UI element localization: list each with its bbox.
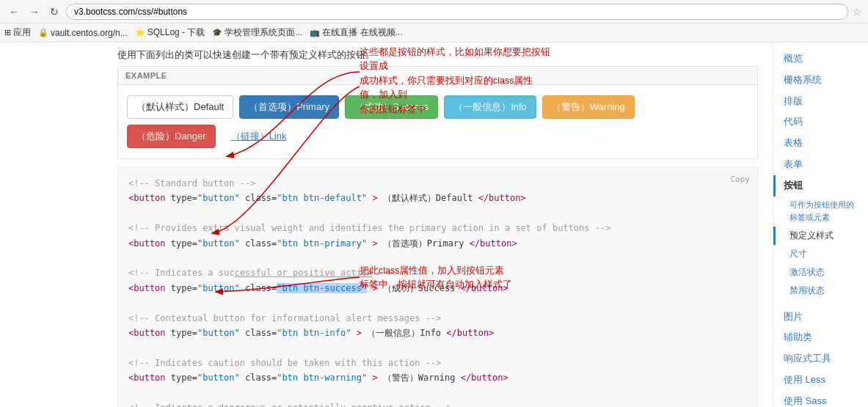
bookmark-live[interactable]: 📺 在线直播 在线视频... — [310, 26, 402, 39]
sidebar-item-form[interactable]: 表单 — [773, 154, 868, 175]
star-icon: ⭐ — [135, 28, 145, 37]
code-line-6: <button type="button" class="btn btn-suc… — [128, 281, 747, 296]
back-button[interactable]: ← — [6, 4, 22, 19]
bookmark-apps[interactable]: ⊞ 应用 — [4, 26, 31, 39]
bookmark-vault-label: vault.centos.org/n... — [51, 28, 128, 38]
sidebar-item-responsive[interactable]: 响应式工具 — [773, 348, 868, 370]
sidebar-item-typography[interactable]: 排版 — [773, 91, 868, 112]
bookmark-live-label: 在线直播 在线视频... — [322, 26, 402, 39]
sidebar-item-button-disabled[interactable]: 禁用状态 — [773, 282, 868, 300]
bookmark-school-label: 学校管理系统页面... — [225, 26, 302, 39]
code-area: Copy <!-- Standard button --> <button ty… — [117, 166, 758, 407]
sidebar-item-less[interactable]: 使用 Less — [773, 370, 868, 391]
sidebar-item-helpers[interactable]: 辅助类 — [773, 327, 868, 348]
bookmarks-bar: ⊞ 应用 🔒 vault.centos.org/n... ⭐ SQLLog - … — [0, 23, 868, 43]
example-label: EXAMPLE — [118, 67, 757, 85]
code-line-10: <button type="button" class="btn btn-war… — [128, 370, 747, 385]
content-area: 使用下面列出的类可以快速创建一个带有预定义样式的按钮。 EXAMPLE （默认样… — [0, 43, 773, 407]
code-line-7: <!-- Contextual button for informational… — [128, 311, 747, 326]
sidebar-item-button-active[interactable]: 激活状态 — [773, 263, 868, 282]
video-icon: 📺 — [310, 28, 320, 37]
code-line-2: <button type="button" class="btn btn-def… — [128, 191, 747, 205]
code-line-11: <!-- Indicates a dangerous or potentiall… — [128, 400, 747, 407]
sidebar-item-sass[interactable]: 使用 Sass — [773, 391, 868, 407]
code-line-5: <!-- Indicates a successful or positive … — [128, 265, 747, 280]
btn-default[interactable]: （默认样式）Default — [127, 95, 233, 119]
code-line-4: <button type="button" class="btn btn-pri… — [128, 236, 747, 251]
bookmark-vault[interactable]: 🔒 vault.centos.org/n... — [38, 28, 128, 38]
btn-primary[interactable]: （首选项）Primary — [239, 95, 339, 119]
apps-icon: ⊞ — [4, 28, 11, 37]
lock-icon: 🔒 — [38, 28, 48, 37]
refresh-button[interactable]: ↻ — [47, 4, 62, 19]
school-icon: 🎓 — [212, 28, 222, 37]
btn-danger[interactable]: （危险）Danger — [127, 125, 216, 148]
browser-nav-bar: ← → ↻ ☆ — [0, 0, 868, 23]
sidebar-item-grid[interactable]: 栅格系统 — [773, 70, 868, 91]
sidebar-item-overview[interactable]: 概览 — [773, 48, 868, 70]
url-bar[interactable] — [66, 4, 848, 20]
copy-button[interactable]: Copy — [731, 173, 751, 187]
sidebar-item-button-predefined[interactable]: 预定义样式 — [773, 227, 868, 245]
sidebar-item-button[interactable]: 按钮 — [773, 175, 868, 197]
sidebar-item-code[interactable]: 代码 — [773, 111, 868, 133]
page-description: 使用下面列出的类可以快速创建一个带有预定义样式的按钮。 — [0, 43, 773, 66]
btn-info[interactable]: （一般信息）Info — [444, 95, 536, 119]
bookmark-sqllog[interactable]: ⭐ SQLLog - 下载 — [135, 26, 205, 39]
code-line-8: <button type="button" class="btn btn-inf… — [128, 326, 747, 340]
bookmark-apps-label: 应用 — [13, 26, 31, 39]
right-sidebar: 概览 栅格系统 排版 代码 表格 表单 按钮 可作为按钮使用的标签或元素 预定义… — [773, 43, 868, 407]
btn-link[interactable]: （链接）Link — [222, 125, 296, 148]
btn-success[interactable]: （成功）Success — [345, 95, 438, 119]
bookmark-sqllog-label: SQLLog - 下载 — [147, 26, 205, 39]
sidebar-item-images[interactable]: 图片 — [773, 307, 868, 328]
sidebar-item-button-tags[interactable]: 可作为按钮使用的标签或元素 — [773, 197, 868, 227]
btn-warning[interactable]: （警告）Warning — [542, 95, 635, 119]
example-content: （默认样式）Default （首选项）Primary （成功）Success （… — [118, 85, 757, 158]
bookmark-star-button[interactable]: ☆ — [853, 6, 862, 18]
sidebar-item-button-size[interactable]: 尺寸 — [773, 245, 868, 263]
sidebar-item-table[interactable]: 表格 — [773, 133, 868, 154]
browser-chrome: ← → ↻ ☆ ⊞ 应用 🔒 vault.centos.org/n... ⭐ S… — [0, 0, 868, 43]
forward-button[interactable]: → — [26, 4, 43, 19]
code-line-9: <!-- Indicates caution should be taken w… — [128, 356, 747, 370]
bookmark-school[interactable]: 🎓 学校管理系统页面... — [212, 26, 302, 39]
code-line-1: <!-- Standard button --> — [128, 176, 747, 191]
main-layout: 使用下面列出的类可以快速创建一个带有预定义样式的按钮。 EXAMPLE （默认样… — [0, 43, 868, 407]
code-line-3: <!-- Provides extra visual weight and id… — [128, 221, 747, 235]
example-box: EXAMPLE （默认样式）Default （首选项）Primary （成功）S… — [117, 66, 758, 159]
